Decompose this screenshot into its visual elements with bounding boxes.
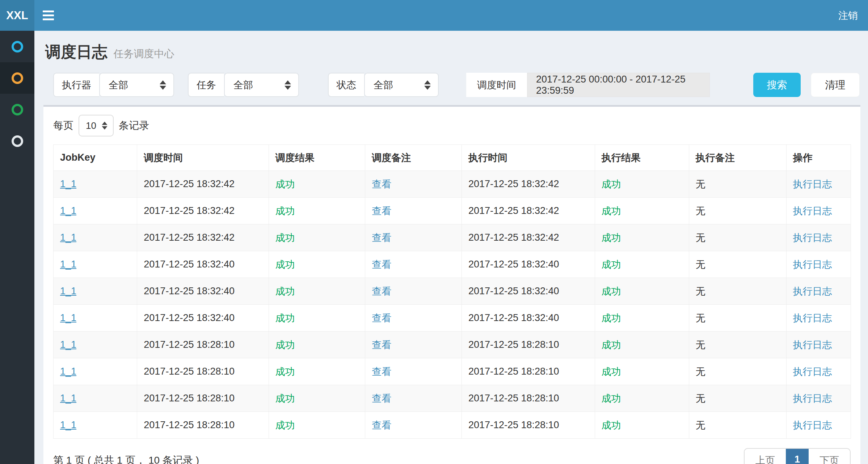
trigger-time-cell: 2017-12-25 18:32:40 [137, 305, 269, 332]
page-title: 调度日志 [45, 43, 108, 60]
handle-result-cell: 成功 [595, 171, 689, 198]
jobkey-link[interactable]: 1_1 [60, 366, 76, 377]
status-filter-select[interactable]: 全部 [364, 73, 439, 97]
trigger-msg-cell: 查看 [365, 358, 462, 385]
view-trigger-msg-link[interactable]: 查看 [372, 259, 391, 270]
jobkey-cell: 1_1 [54, 278, 137, 305]
sidebar-nav-item-1[interactable] [0, 31, 34, 62]
handle-msg-cell: 无 [689, 198, 786, 224]
view-trigger-msg-link[interactable]: 查看 [372, 366, 391, 377]
handle-result-cell: 成功 [595, 358, 689, 385]
column-header-handle-time: 执行时间 [462, 145, 595, 171]
table-row: 1_1 2017-12-25 18:32:40 成功 查看 2017-12-25… [54, 278, 851, 305]
trigger-msg-cell: 查看 [365, 332, 462, 358]
execution-log-link[interactable]: 执行日志 [793, 179, 832, 190]
action-cell: 执行日志 [786, 198, 851, 224]
execution-log-link[interactable]: 执行日志 [793, 206, 832, 216]
page-size-select[interactable]: 10 [79, 115, 114, 136]
jobkey-link[interactable]: 1_1 [60, 232, 76, 243]
jobkey-cell: 1_1 [54, 198, 137, 224]
execution-log-link[interactable]: 执行日志 [793, 259, 832, 270]
table-row: 1_1 2017-12-25 18:28:10 成功 查看 2017-12-25… [54, 358, 851, 385]
jobkey-link[interactable]: 1_1 [60, 393, 76, 404]
jobkey-cell: 1_1 [54, 224, 137, 251]
handle-time-cell: 2017-12-25 18:32:40 [462, 251, 595, 278]
current-page-button[interactable]: 1 [786, 449, 809, 464]
trigger-msg-cell: 查看 [365, 385, 462, 412]
jobkey-link[interactable]: 1_1 [60, 339, 76, 350]
log-table-panel: 每页 10 条记录 JobKey 调度时间 调度结果 调度备注 执行时间 执行结… [43, 105, 860, 464]
trigger-time-cell: 2017-12-25 18:32:42 [137, 198, 269, 224]
job-filter-select[interactable]: 全部 [224, 73, 299, 97]
trigger-result-cell: 成功 [269, 251, 365, 278]
jobkey-link[interactable]: 1_1 [60, 178, 76, 189]
time-range-input[interactable]: 2017-12-25 00:00:00 - 2017-12-25 23:59:5… [527, 73, 710, 97]
circle-icon [12, 72, 23, 84]
trigger-result-cell: 成功 [269, 358, 365, 385]
execution-log-link[interactable]: 执行日志 [793, 232, 832, 243]
page-size-suffix-label: 条记录 [119, 119, 149, 132]
trigger-msg-cell: 查看 [365, 224, 462, 251]
table-row: 1_1 2017-12-25 18:32:40 成功 查看 2017-12-25… [54, 305, 851, 332]
jobkey-link[interactable]: 1_1 [60, 312, 76, 323]
handle-time-cell: 2017-12-25 18:32:40 [462, 305, 595, 332]
next-page-button[interactable]: 下页 [809, 449, 850, 464]
execution-log-link[interactable]: 执行日志 [793, 420, 832, 431]
view-trigger-msg-link[interactable]: 查看 [372, 339, 391, 350]
jobkey-link[interactable]: 1_1 [60, 286, 76, 296]
view-trigger-msg-link[interactable]: 查看 [372, 286, 391, 297]
action-cell: 执行日志 [786, 412, 851, 439]
trigger-time-cell: 2017-12-25 18:32:40 [137, 251, 269, 278]
sidebar-toggle-button[interactable] [34, 0, 62, 31]
jobkey-link[interactable]: 1_1 [60, 259, 76, 270]
execution-log-link[interactable]: 执行日志 [793, 366, 832, 377]
table-header: JobKey 调度时间 调度结果 调度备注 执行时间 执行结果 执行备注 操作 [54, 145, 851, 171]
execution-log-link[interactable]: 执行日志 [793, 286, 832, 297]
view-trigger-msg-link[interactable]: 查看 [372, 206, 391, 216]
jobkey-cell: 1_1 [54, 412, 137, 439]
jobkey-cell: 1_1 [54, 251, 137, 278]
executor-filter-select[interactable]: 全部 [99, 73, 174, 97]
sidebar-nav-item-4[interactable] [0, 125, 34, 157]
page-subtitle: 任务调度中心 [113, 48, 174, 59]
logout-link[interactable]: 注销 [828, 9, 868, 22]
table-row: 1_1 2017-12-25 18:32:42 成功 查看 2017-12-25… [54, 171, 851, 198]
execution-log-link[interactable]: 执行日志 [793, 339, 832, 350]
navbar-body: 注销 [34, 0, 868, 31]
trigger-result-cell: 成功 [269, 278, 365, 305]
execution-log-link[interactable]: 执行日志 [793, 313, 832, 324]
handle-result-cell: 成功 [595, 305, 689, 332]
jobkey-link[interactable]: 1_1 [60, 419, 76, 430]
handle-msg-cell: 无 [689, 278, 786, 305]
handle-msg-cell: 无 [689, 251, 786, 278]
jobkey-link[interactable]: 1_1 [60, 205, 76, 216]
search-button[interactable]: 搜索 [753, 73, 801, 97]
top-navbar: XXL 注销 [0, 0, 868, 31]
execution-log-link[interactable]: 执行日志 [793, 393, 832, 404]
view-trigger-msg-link[interactable]: 查看 [372, 232, 391, 243]
page-size-control: 每页 10 条记录 [43, 107, 860, 136]
main-content: 调度日志 任务调度中心 执行器 全部 任务 全部 状态 全部 [34, 31, 868, 464]
sidebar-nav-item-2[interactable] [0, 62, 34, 94]
jobkey-cell: 1_1 [54, 171, 137, 198]
trigger-time-cell: 2017-12-25 18:32:42 [137, 171, 269, 198]
circle-icon [12, 135, 23, 147]
handle-result-cell: 成功 [595, 224, 689, 251]
status-filter-value: 全部 [374, 79, 393, 92]
job-filter-group: 任务 全部 [188, 73, 299, 97]
app-logo[interactable]: XXL [0, 0, 34, 31]
view-trigger-msg-link[interactable]: 查看 [372, 393, 391, 404]
time-filter-group: 调度时间 2017-12-25 00:00:00 - 2017-12-25 23… [466, 73, 710, 97]
view-trigger-msg-link[interactable]: 查看 [372, 420, 391, 431]
view-trigger-msg-link[interactable]: 查看 [372, 179, 391, 190]
content-header: 调度日志 任务调度中心 [34, 31, 868, 65]
prev-page-button[interactable]: 上页 [745, 449, 786, 464]
dispatch-log-table: JobKey 调度时间 调度结果 调度备注 执行时间 执行结果 执行备注 操作 … [53, 144, 851, 439]
time-filter-label: 调度时间 [466, 73, 527, 97]
clear-button[interactable]: 清理 [811, 73, 860, 97]
trigger-msg-cell: 查看 [365, 198, 462, 224]
view-trigger-msg-link[interactable]: 查看 [372, 313, 391, 324]
jobkey-cell: 1_1 [54, 332, 137, 358]
sidebar-nav-item-3[interactable] [0, 94, 34, 125]
handle-time-cell: 2017-12-25 18:28:10 [462, 385, 595, 412]
